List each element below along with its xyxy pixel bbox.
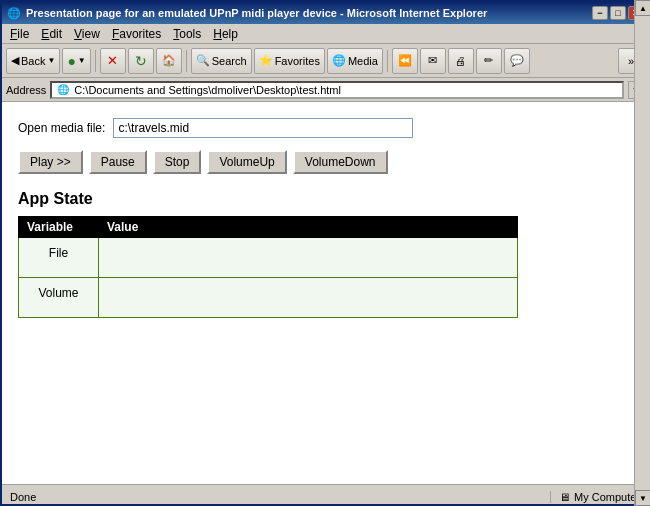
- search-label: Search: [212, 55, 247, 67]
- back-dropdown-icon: ▼: [47, 56, 55, 65]
- controls-row: Play >> Pause Stop VolumeUp VolumeDown: [18, 150, 628, 174]
- favorites-button[interactable]: ⭐ Favorites: [254, 48, 325, 74]
- status-bar: Done 🖥 My Computer: [2, 484, 648, 506]
- star-icon: ⭐: [259, 54, 273, 67]
- discuss-button[interactable]: 💬: [504, 48, 530, 74]
- forward-button[interactable]: ● ▼: [62, 48, 90, 74]
- address-input-area[interactable]: 🌐 C:\Documents and Settings\dmoliver\Des…: [50, 81, 624, 99]
- menu-edit[interactable]: Edit: [35, 25, 68, 43]
- address-label: Address: [6, 84, 46, 96]
- browser-window: 🌐 Presentation page for an emulated UPnP…: [2, 2, 648, 506]
- history-button[interactable]: ⏪: [392, 48, 418, 74]
- open-media-label: Open media file:: [18, 121, 105, 135]
- menu-help[interactable]: Help: [207, 25, 244, 43]
- toolbar-separator-2: [186, 50, 187, 72]
- home-icon: 🏠: [162, 54, 176, 67]
- content-wrapper: Open media file: Play >> Pause Stop Volu…: [2, 102, 648, 484]
- mail-button[interactable]: ✉: [420, 48, 446, 74]
- forward-icon: ●: [67, 53, 75, 69]
- print-icon: 🖨: [455, 55, 466, 67]
- menu-favorites[interactable]: Favorites: [106, 25, 167, 43]
- state-table: Variable Value File Volume: [18, 216, 518, 318]
- forward-dropdown-icon: ▼: [78, 56, 86, 65]
- address-page-icon: 🌐: [56, 83, 70, 97]
- media-label: Media: [348, 55, 378, 67]
- table-header-value: Value: [98, 217, 517, 238]
- toolbar: ◀ Back ▼ ● ▼ ✕ ↻ 🏠 🔍 Search ⭐ Fa: [2, 44, 648, 78]
- stop-button[interactable]: ✕: [100, 48, 126, 74]
- scroll-track: [635, 102, 648, 484]
- table-cell-value-1: [98, 278, 517, 318]
- computer-label: My Computer: [574, 491, 640, 503]
- table-header-variable: Variable: [19, 217, 99, 238]
- status-text: Done: [2, 491, 551, 503]
- menu-bar: File Edit View Favorites Tools Help: [2, 24, 648, 44]
- edit-button[interactable]: ✏: [476, 48, 502, 74]
- app-state-title: App State: [18, 190, 628, 208]
- toolbar-separator-1: [95, 50, 96, 72]
- table-cell-value-0: [98, 238, 517, 278]
- home-button[interactable]: 🏠: [156, 48, 182, 74]
- menu-file[interactable]: File: [4, 25, 35, 43]
- menu-view[interactable]: View: [68, 25, 106, 43]
- table-row: Volume: [19, 278, 518, 318]
- menu-tools[interactable]: Tools: [167, 25, 207, 43]
- print-button[interactable]: 🖨: [448, 48, 474, 74]
- minimize-button[interactable]: −: [592, 6, 608, 20]
- pause-button[interactable]: Pause: [89, 150, 147, 174]
- back-arrow-icon: ◀: [11, 54, 19, 67]
- favorites-label: Favorites: [275, 55, 320, 67]
- table-cell-variable-0: File: [19, 238, 99, 278]
- table-cell-variable-1: Volume: [19, 278, 99, 318]
- edit-icon: ✏: [484, 54, 493, 67]
- maximize-button[interactable]: □: [610, 6, 626, 20]
- volume-down-button[interactable]: VolumeDown: [293, 150, 388, 174]
- toolbar-separator-3: [387, 50, 388, 72]
- stop-button-ctrl[interactable]: Stop: [153, 150, 202, 174]
- media-button[interactable]: 🌐 Media: [327, 48, 383, 74]
- open-media-input[interactable]: [113, 118, 413, 138]
- search-glass-icon: 🔍: [196, 54, 210, 67]
- refresh-button[interactable]: ↻: [128, 48, 154, 74]
- browser-icon: 🌐: [6, 5, 22, 21]
- back-button[interactable]: ◀ Back ▼: [6, 48, 60, 74]
- volume-up-button[interactable]: VolumeUp: [207, 150, 286, 174]
- title-bar: 🌐 Presentation page for an emulated UPnP…: [2, 2, 648, 24]
- computer-icon: 🖥: [559, 491, 570, 503]
- table-row: File: [19, 238, 518, 278]
- stop-icon: ✕: [107, 53, 118, 68]
- back-label: Back: [21, 55, 45, 67]
- media-icon: 🌐: [332, 54, 346, 67]
- history-icon: ⏪: [398, 54, 412, 67]
- address-bar: Address 🌐 C:\Documents and Settings\dmol…: [2, 78, 648, 102]
- window-title: Presentation page for an emulated UPnP m…: [26, 7, 592, 19]
- play-button[interactable]: Play >>: [18, 150, 83, 174]
- address-url: C:\Documents and Settings\dmoliver\Deskt…: [74, 84, 618, 96]
- refresh-icon: ↻: [135, 53, 147, 69]
- search-button[interactable]: 🔍 Search: [191, 48, 252, 74]
- vertical-scrollbar: ▲ ▼: [634, 102, 648, 484]
- mail-icon: ✉: [428, 54, 437, 67]
- open-media-row: Open media file:: [18, 118, 628, 138]
- content-area: Open media file: Play >> Pause Stop Volu…: [2, 102, 648, 484]
- discuss-icon: 💬: [510, 54, 524, 67]
